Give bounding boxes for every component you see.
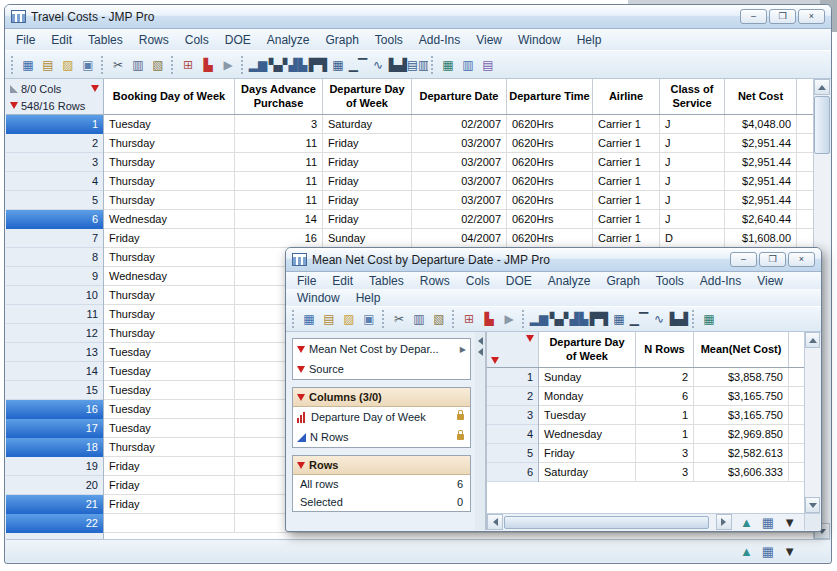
cell[interactable]: J bbox=[660, 210, 725, 228]
row-number[interactable]: 21 bbox=[6, 495, 103, 514]
cell[interactable]: Friday bbox=[104, 495, 235, 513]
column-header[interactable]: Class of Service bbox=[660, 79, 725, 114]
run-script-icon[interactable]: ▶ bbox=[499, 310, 519, 329]
menu-doe[interactable]: DOE bbox=[498, 272, 540, 290]
cell[interactable]: Friday bbox=[323, 134, 412, 152]
cell[interactable]: Monday bbox=[539, 387, 636, 405]
cell[interactable]: $2,582.613 bbox=[694, 444, 789, 462]
new-journal-icon[interactable]: ▤ bbox=[319, 310, 339, 329]
cell[interactable] bbox=[104, 514, 235, 532]
cell[interactable]: Tuesday bbox=[104, 343, 235, 361]
source-red-triangle-menu-icon[interactable] bbox=[297, 366, 305, 373]
cell[interactable]: $4,048.00 bbox=[725, 115, 797, 133]
cell[interactable]: Thursday bbox=[104, 305, 235, 323]
columns-red-triangle-menu-icon[interactable] bbox=[297, 394, 305, 401]
row-number[interactable]: 8 bbox=[6, 248, 103, 267]
data-table-grid-icon[interactable]: ▦ bbox=[699, 310, 719, 329]
row-number[interactable]: 2 bbox=[6, 134, 103, 153]
expand-chevron-icon[interactable]: ▶ bbox=[460, 345, 466, 354]
row-number[interactable]: 22 bbox=[6, 514, 103, 533]
menu-file[interactable]: File bbox=[289, 272, 324, 290]
close-button[interactable]: × bbox=[798, 9, 825, 24]
column-header[interactable]: Net Cost bbox=[725, 79, 797, 114]
cell[interactable]: Thursday bbox=[104, 438, 235, 456]
cell[interactable]: Thursday bbox=[104, 172, 235, 190]
open-icon[interactable]: ▨ bbox=[58, 55, 78, 74]
menu-view[interactable]: View bbox=[468, 31, 510, 49]
cell[interactable]: 14 bbox=[235, 210, 323, 228]
cell[interactable]: D bbox=[660, 229, 725, 247]
cell[interactable]: 0620Hrs bbox=[507, 172, 593, 190]
cell[interactable]: 2 bbox=[636, 368, 694, 386]
cell[interactable]: 16 bbox=[235, 229, 323, 247]
row-number[interactable]: 15 bbox=[6, 381, 103, 400]
titlebar[interactable]: Travel Costs - JMP Pro – ❒ × bbox=[5, 5, 831, 29]
scroll-up-button[interactable] bbox=[814, 79, 830, 95]
cell[interactable]: Tuesday bbox=[539, 406, 636, 424]
cell[interactable]: Carrier 1 bbox=[593, 115, 660, 133]
cell[interactable]: 0620Hrs bbox=[507, 153, 593, 171]
run-script-icon[interactable]: ▶ bbox=[218, 55, 238, 74]
column-item[interactable]: Departure Day of Week bbox=[293, 407, 470, 427]
multivariate-icon[interactable]: ▦ bbox=[609, 310, 629, 329]
cell[interactable]: 11 bbox=[235, 153, 323, 171]
collapse-panel-icon[interactable] bbox=[478, 348, 483, 356]
cell[interactable]: $2,951.44 bbox=[725, 134, 797, 152]
paste-icon[interactable]: ▧ bbox=[429, 310, 449, 329]
cell[interactable]: Sunday bbox=[323, 229, 412, 247]
column-header[interactable]: Airline bbox=[593, 79, 660, 114]
control-chart-icon[interactable]: ▁▔ bbox=[348, 55, 368, 74]
row-number[interactable]: 10 bbox=[6, 286, 103, 305]
row-number[interactable]: 6 bbox=[6, 210, 103, 229]
menu-graph[interactable]: Graph bbox=[598, 272, 647, 290]
horizontal-scrollbar-thumb[interactable] bbox=[504, 516, 709, 529]
cell[interactable]: Wednesday bbox=[104, 267, 235, 285]
cell[interactable]: $2,951.44 bbox=[725, 153, 797, 171]
cell[interactable]: 1 bbox=[636, 406, 694, 424]
column-header[interactable]: Booking Day of Week bbox=[104, 79, 235, 114]
cell[interactable]: 11 bbox=[235, 134, 323, 152]
column-header[interactable]: Departure Date bbox=[412, 79, 507, 114]
matched-pairs-icon[interactable]: ▟▙ bbox=[569, 310, 589, 329]
nominal-modeling-type-icon[interactable] bbox=[297, 412, 307, 423]
menu-edit[interactable]: Edit bbox=[43, 31, 80, 49]
menu-help[interactable]: Help bbox=[569, 31, 610, 49]
rows-red-triangle-menu-icon[interactable] bbox=[491, 357, 499, 364]
row-number[interactable]: 2 bbox=[487, 387, 538, 406]
cell[interactable]: $1,608.00 bbox=[725, 229, 797, 247]
scrollbar-track[interactable] bbox=[805, 348, 820, 497]
partition-icon[interactable]: ▙▟ bbox=[388, 55, 408, 74]
row-number[interactable]: 19 bbox=[6, 457, 103, 476]
new-data-table-icon[interactable]: ▦ bbox=[18, 55, 38, 74]
cell[interactable]: Tuesday bbox=[104, 115, 235, 133]
graph-builder-icon[interactable]: ▤▥ bbox=[408, 55, 428, 74]
cell[interactable]: Carrier 1 bbox=[593, 134, 660, 152]
menu-doe[interactable]: DOE bbox=[217, 31, 259, 49]
row-number[interactable]: 13 bbox=[6, 343, 103, 362]
cell[interactable]: 0620Hrs bbox=[507, 134, 593, 152]
collapse-panel-icon[interactable] bbox=[478, 337, 483, 345]
cell[interactable]: Wednesday bbox=[539, 425, 636, 443]
cell[interactable]: $2,640.44 bbox=[725, 210, 797, 228]
copy-icon[interactable]: ▥ bbox=[409, 310, 429, 329]
column-header[interactable]: Days Advance Purchase bbox=[235, 79, 323, 114]
cell[interactable]: Friday bbox=[323, 172, 412, 190]
columns-red-triangle-menu-icon[interactable] bbox=[526, 335, 534, 342]
column-header[interactable]: Mean(Net Cost) bbox=[694, 332, 789, 367]
menu-addins[interactable]: Add-Ins bbox=[411, 31, 468, 49]
distribution-icon[interactable]: ▂▆ bbox=[529, 310, 549, 329]
menu-window[interactable]: Window bbox=[289, 289, 348, 307]
row-number[interactable]: 18 bbox=[6, 438, 103, 457]
pdf-export-icon[interactable]: ▙ bbox=[479, 310, 499, 329]
cell[interactable]: 3 bbox=[235, 115, 323, 133]
save-icon[interactable]: ▣ bbox=[359, 310, 379, 329]
cell[interactable]: Carrier 1 bbox=[593, 153, 660, 171]
columns-red-triangle-menu-icon[interactable] bbox=[91, 85, 99, 92]
menu-file[interactable]: File bbox=[8, 31, 43, 49]
cell[interactable]: 6 bbox=[636, 387, 694, 405]
menu-cols[interactable]: Cols bbox=[177, 31, 217, 49]
maximize-button[interactable]: ❒ bbox=[769, 9, 796, 24]
cell[interactable]: 11 bbox=[235, 172, 323, 190]
vertical-scrollbar-thumb[interactable] bbox=[814, 96, 830, 154]
menu-edit[interactable]: Edit bbox=[324, 272, 361, 290]
